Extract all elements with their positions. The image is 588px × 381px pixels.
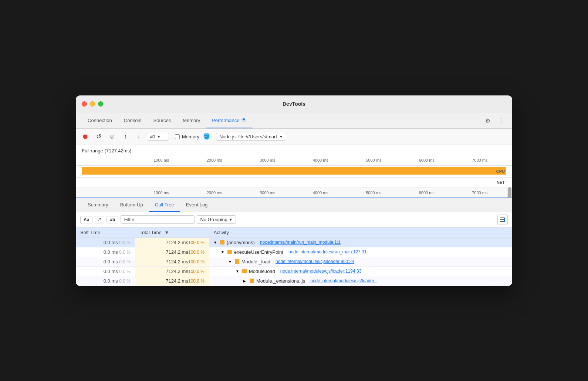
expand-icon[interactable]: ▼ <box>228 260 233 264</box>
scrollbar-thumb[interactable] <box>508 187 511 198</box>
activity-cell: ▼ Module.load node:internal/modules/cjs/… <box>209 266 512 276</box>
bottom-ruler: 1000 ms 2000 ms 3000 ms 4000 ms 5000 ms … <box>76 188 512 198</box>
bottom-ruler-label-1: 1000 ms <box>135 190 188 195</box>
scrollbar-track[interactable] <box>507 188 512 198</box>
bottom-ruler-label-0 <box>82 190 135 195</box>
tab-connection[interactable]: Connection <box>82 113 118 128</box>
activity-link[interactable]: node:internal/main/run_main_module:1:1 <box>260 240 341 245</box>
net-bar-container: NET <box>76 178 512 188</box>
memory-checkbox-group: Memory 🪣 <box>175 133 210 140</box>
timeline-header: Full range (7127.42ms) <box>76 145 512 155</box>
expand-icon[interactable]: ▶ <box>243 279 247 283</box>
ruler-label-4: 4000 ms <box>294 158 347 162</box>
total-time-cell: 7124.2 ms100.0 % <box>135 247 209 257</box>
bottom-ruler-label-6: 6000 ms <box>400 190 453 195</box>
tab-summary[interactable]: Summary <box>82 198 114 212</box>
record-button[interactable]: ⏺ <box>80 131 91 142</box>
activity-cell: ▼ Module._load node:internal/modules/cjs… <box>209 257 512 266</box>
flask-icon: ⚗ <box>241 117 246 123</box>
ruler-label-1: 1000 ms <box>135 158 188 162</box>
bucket-icon: 🪣 <box>203 133 210 140</box>
bottom-ruler-label-3: 3000 ms <box>241 190 294 195</box>
aa-filter-button[interactable]: Aa <box>80 216 92 223</box>
activity-icon <box>250 279 254 283</box>
net-label: NET <box>497 180 505 185</box>
total-time-cell: 7124.2 ms100.0 % <box>135 276 209 286</box>
total-time-header[interactable]: Total Time ▼ <box>135 227 209 238</box>
filter-input[interactable] <box>121 215 195 224</box>
case-filter-button[interactable]: ab <box>107 216 118 223</box>
tab-sources[interactable]: Sources <box>147 113 177 128</box>
bottom-ruler-label-7: 7000 ms <box>453 190 507 195</box>
settings-button[interactable]: ⚙ <box>483 115 493 126</box>
self-time-cell: 0.0 ms 0.0 % <box>76 257 135 266</box>
tab-bottom-up[interactable]: Bottom-Up <box>114 198 149 212</box>
top-ruler: 1000 ms 2000 ms 3000 ms 4000 ms 5000 ms … <box>76 155 512 166</box>
table-body: 0.0 ms 0.0 %7124.2 ms100.0 % ▼ (anonymou… <box>76 237 512 286</box>
activity-name: Module._load <box>241 259 270 264</box>
expand-icon[interactable]: ▼ <box>221 250 225 254</box>
reload-button[interactable]: ↺ <box>94 131 104 142</box>
svg-rect-3 <box>504 218 505 222</box>
activity-cell: ▼ (anonymous) node:internal/main/run_mai… <box>209 237 512 247</box>
ruler-label-6: 6000 ms <box>400 158 453 162</box>
activity-link[interactable]: node:internal/modules/cjs/loader:: <box>310 278 376 283</box>
action-bar: ⏺ ↺ ⊘ ↑ ↓ #1 ▼ Memory 🪣 Node.js: file://… <box>76 129 512 145</box>
table-header-row: Self Time Total Time ▼ Activity <box>76 227 512 238</box>
activity-name: (anonymous) <box>227 240 255 245</box>
close-button[interactable] <box>82 101 87 107</box>
self-time-cell: 0.0 ms 0.0 % <box>76 276 135 286</box>
cpu-bar <box>82 167 506 175</box>
toolbar-icons: ⚙ ⋮ <box>483 115 506 126</box>
main-content: Self Time Total Time ▼ Activity 0.0 ms 0… <box>76 227 512 286</box>
sidebar-toggle-button[interactable] <box>497 215 508 225</box>
activity-cell: ▼ executeUserEntryPoint node:internal/mo… <box>209 247 512 257</box>
expand-icon[interactable]: ▼ <box>236 269 240 273</box>
maximize-button[interactable] <box>98 101 103 107</box>
memory-checkbox[interactable] <box>175 134 180 139</box>
ruler-label-0 <box>82 158 135 162</box>
nav-toolbar: Connection Console Sources Memory Perfor… <box>76 113 512 129</box>
activity-cell: ▶ Module._extensions..js node:internal/m… <box>209 276 512 286</box>
import-button[interactable]: ↓ <box>134 131 144 142</box>
devtools-window: DevTools Connection Console Sources Memo… <box>76 95 512 286</box>
bottom-ruler-label-4: 4000 ms <box>294 190 347 195</box>
table-row: 0.0 ms 0.0 %7124.2 ms100.0 % ▼ Module._l… <box>76 257 512 266</box>
range-label: Full range (7127.42ms) <box>82 148 131 154</box>
tab-console[interactable]: Console <box>118 113 148 128</box>
tab-call-tree[interactable]: Call Tree <box>149 198 180 212</box>
tab-performance[interactable]: Performance ⚗ <box>206 113 251 128</box>
activity-link[interactable]: node:internal/modules/cjs/loader:1194:33 <box>280 269 361 274</box>
grouping-selector[interactable]: No Grouping ▼ <box>197 215 236 224</box>
activity-icon <box>220 240 224 245</box>
tab-memory[interactable]: Memory <box>177 113 206 128</box>
total-time-cell: 7124.2 ms100.0 % <box>135 237 209 247</box>
minimize-button[interactable] <box>90 101 95 107</box>
activity-header: Activity <box>209 227 512 238</box>
total-time-cell: 7124.2 ms100.0 % <box>135 266 209 276</box>
tab-event-log[interactable]: Event Log <box>180 198 214 212</box>
activity-icon <box>235 259 239 264</box>
self-time-header: Self Time <box>76 227 135 238</box>
table-row: 0.0 ms 0.0 %7124.2 ms100.0 % ▼ executeUs… <box>76 247 512 257</box>
activity-name: Module.load <box>249 269 275 274</box>
node-selector[interactable]: Node.js: file:///Users/stmart ▼ <box>216 133 286 141</box>
window-title: DevTools <box>283 101 305 107</box>
more-button[interactable]: ⋮ <box>496 115 506 126</box>
cpu-label: CPU <box>496 169 505 173</box>
activity-icon <box>227 250 232 254</box>
traffic-lights <box>82 101 103 107</box>
ruler-label-5: 5000 ms <box>347 158 401 162</box>
ruler-label-7: 7000 ms <box>453 158 507 162</box>
regex-filter-button[interactable]: .* <box>95 216 104 223</box>
ruler-label-2: 2000 ms <box>188 158 241 162</box>
session-selector[interactable]: #1 ▼ <box>147 133 169 141</box>
clear-button[interactable]: ⊘ <box>107 131 117 142</box>
expand-icon[interactable]: ▼ <box>213 240 218 245</box>
activity-link[interactable]: node:internal/modules/cjs/loader:950:24 <box>276 259 354 264</box>
self-time-cell: 0.0 ms 0.0 % <box>76 247 135 257</box>
activity-link[interactable]: node:internal/modules/run_main:127:31 <box>288 249 366 254</box>
self-time-cell: 0.0 ms 0.0 % <box>76 237 135 247</box>
sort-icon: ▼ <box>164 230 169 235</box>
export-button[interactable]: ↑ <box>120 131 131 142</box>
